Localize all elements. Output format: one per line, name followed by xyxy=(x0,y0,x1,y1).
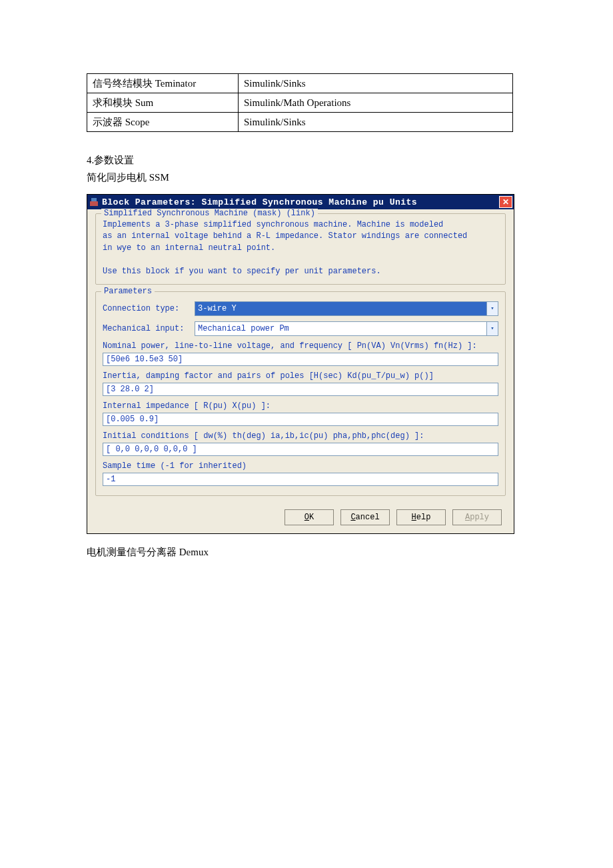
apply-button[interactable]: Apply xyxy=(452,509,502,525)
inertia-input[interactable]: [3 28.0 2] xyxy=(103,383,498,396)
footer-text: 电机测量信号分离器 Demux xyxy=(87,546,526,559)
initial-conditions-label: Initial conditions [ dw(%) th(deg) ia,ib… xyxy=(103,431,498,441)
close-button[interactable]: ✕ xyxy=(499,196,512,208)
section-subtitle: 简化同步电机 SSM xyxy=(87,169,526,187)
close-icon: ✕ xyxy=(502,197,509,207)
mask-description-group: Simplified Synchronous Machine (mask) (l… xyxy=(95,213,506,285)
dialog-button-row: OK Cancel Help Apply xyxy=(95,503,506,525)
parameters-group-title: Parameters xyxy=(101,287,155,296)
mechanical-input-label: Mechanical input: xyxy=(103,324,189,333)
initial-conditions-input[interactable]: [ 0,0 0,0,0 0,0,0 ] xyxy=(103,443,498,456)
cell-path-3: Simulink/Sinks xyxy=(239,113,513,132)
cell-module-2: 求和模块 Sum xyxy=(87,93,239,113)
mask-group-title: Simplified Synchronous Machine (mask) (l… xyxy=(101,209,318,218)
section-number: 4.参数设置 xyxy=(87,152,526,169)
mask-description: Implements a 3-phase simplified synchron… xyxy=(103,219,498,277)
connection-type-label: Connection type: xyxy=(103,304,189,313)
dialog-titlebar[interactable]: Block Parameters: Simplified Synchronous… xyxy=(87,195,514,209)
module-location-table: 信号终结模块 Teminator Simulink/Sinks 求和模块 Sum… xyxy=(87,73,513,132)
svg-rect-0 xyxy=(90,201,98,206)
cell-module-3: 示波器 Scope xyxy=(87,113,239,132)
help-button[interactable]: Help xyxy=(396,509,446,525)
chevron-down-icon: ▾ xyxy=(486,322,498,335)
nominal-power-label: Nominal power, line-to-line voltage, and… xyxy=(103,341,498,351)
sample-time-input[interactable]: -1 xyxy=(103,473,498,486)
cell-path-1: Simulink/Sinks xyxy=(239,74,513,93)
mechanical-input-value: Mechanical power Pm xyxy=(195,324,292,333)
cell-path-2: Simulink/Math Operations xyxy=(239,93,513,113)
mechanical-input-select[interactable]: Mechanical power Pm ▾ xyxy=(195,321,498,336)
impedance-label: Internal impedance [ R(pu) X(pu) ]: xyxy=(103,401,498,411)
parameters-group: Parameters Connection type: 3-wire Y ▾ M… xyxy=(95,291,506,496)
nominal-power-input[interactable]: [50e6 10.5e3 50] xyxy=(103,353,498,366)
chevron-down-icon: ▾ xyxy=(486,302,498,315)
table-row: 示波器 Scope Simulink/Sinks xyxy=(87,113,513,132)
connection-type-value: 3-wire Y xyxy=(195,304,239,313)
app-icon xyxy=(89,197,99,207)
cancel-button[interactable]: Cancel xyxy=(340,509,390,525)
connection-type-select[interactable]: 3-wire Y ▾ xyxy=(195,301,498,316)
inertia-label: Inertia, damping factor and pairs of pol… xyxy=(103,371,498,381)
ok-button[interactable]: OK xyxy=(285,509,334,525)
table-row: 信号终结模块 Teminator Simulink/Sinks xyxy=(87,74,513,93)
block-parameters-dialog: Block Parameters: Simplified Synchronous… xyxy=(87,194,514,534)
impedance-input[interactable]: [0.005 0.9] xyxy=(103,413,498,426)
table-row: 求和模块 Sum Simulink/Math Operations xyxy=(87,93,513,113)
svg-rect-1 xyxy=(91,198,97,201)
sample-time-label: Sample time (-1 for inherited) xyxy=(103,461,498,471)
cell-module-1: 信号终结模块 Teminator xyxy=(87,74,239,93)
dialog-title: Block Parameters: Simplified Synchronous… xyxy=(102,197,499,207)
